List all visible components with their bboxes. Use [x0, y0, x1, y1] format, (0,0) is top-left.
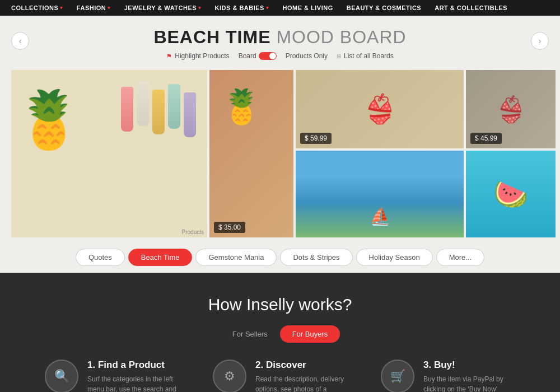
step-discover-content: 2. Discover Read the description, delive…	[255, 360, 347, 392]
flag-icon: ⚑	[166, 53, 172, 60]
nav-art[interactable]: ART & COLLECTIBLES	[435, 4, 507, 11]
products-only-button[interactable]: Products Only	[286, 52, 328, 60]
board-cell-pineapple-bikini[interactable]: $ 35.00	[209, 70, 293, 237]
nav-jewelry-arrow: ▾	[198, 5, 202, 11]
find-icon-circle: 🔍	[45, 360, 78, 392]
tab-beach-time[interactable]: Beach Time	[128, 249, 193, 266]
nail-bottle-3	[152, 90, 165, 134]
nav-jewelry-label: JEWELRY & WATCHES	[124, 4, 197, 11]
board-cell-bikini-floral[interactable]: $ 59.99	[296, 70, 464, 148]
next-board-button[interactable]: ›	[531, 32, 549, 50]
products-label: Products	[182, 229, 204, 235]
highlight-products-button[interactable]: ⚑ Highlight Products	[166, 52, 229, 60]
step-buy: 🛒 3. Buy! Buy the item via PayPal by cli…	[381, 360, 515, 392]
list-all-label: List of all Boards	[344, 52, 394, 60]
board-title: BEACH TIME MOOD BOARD	[0, 27, 560, 48]
price-tag-triangle-bikini: $ 45.99	[470, 133, 502, 144]
tab-for-buyers[interactable]: For Buyers	[280, 325, 340, 343]
tab-dots-stripes[interactable]: Dots & Stripes	[280, 249, 352, 266]
products-only-label: Products Only	[286, 52, 328, 60]
board-cell-pineapple-products[interactable]: 🍍 Products	[11, 70, 207, 237]
board-toggle[interactable]: Board	[239, 52, 277, 60]
highlight-label: Highlight Products	[175, 52, 229, 60]
tab-quotes[interactable]: Quotes	[76, 249, 125, 266]
how-steps: 🔍 1. Find a Product Surf the categories …	[34, 360, 526, 392]
mood-board-grid: 🍍 Products $ 59.99 $ 35.00 $ 45.99	[0, 66, 560, 242]
tab-gemstone[interactable]: Gemstone Mania	[195, 249, 277, 266]
nav-home[interactable]: HOME & LIVING	[282, 4, 333, 11]
step-find-content: 1. Find a Product Surf the categories in…	[87, 360, 179, 392]
nav-collections[interactable]: COLLECTIONS ▾	[11, 4, 63, 11]
step-find-desc: Surf the categories in the left menu bar…	[87, 374, 179, 392]
price-tag-pineapple-bikini: $ 35.00	[214, 222, 245, 233]
board-cell-watermelon-float[interactable]	[466, 151, 556, 237]
nav-kids-label: KIDS & BABIES	[215, 4, 264, 11]
nav-kids-arrow: ▾	[266, 5, 269, 11]
nail-bottle-2	[137, 81, 149, 126]
step-buy-content: 3. Buy! Buy the item via PayPal by click…	[423, 360, 515, 392]
board-title-light: MOOD BOARD	[276, 27, 406, 47]
tab-holiday[interactable]: Holiday Season	[356, 249, 433, 266]
step-discover-title: 2. Discover	[255, 360, 347, 371]
nail-polishes	[121, 81, 196, 137]
cart-icon: 🛒	[390, 369, 405, 384]
board-label: Board	[239, 52, 256, 60]
nav-art-label: ART & COLLECTIBLES	[435, 4, 507, 11]
discover-icon-circle: ⚙	[213, 360, 246, 392]
nav-home-label: HOME & LIVING	[282, 4, 333, 11]
nav-fashion-label: FASHION	[77, 4, 106, 11]
tab-more[interactable]: More...	[436, 249, 484, 266]
list-all-boards-button[interactable]: ⊞ List of all Boards	[337, 52, 394, 60]
step-buy-desc: Buy the item via PayPal by clicking on t…	[423, 374, 515, 392]
step-discover: ⚙ 2. Discover Read the description, deli…	[213, 360, 347, 392]
step-find-title: 1. Find a Product	[87, 360, 179, 371]
board-toolbar: ⚑ Highlight Products Board Products Only…	[0, 52, 560, 60]
grid-icon: ⊞	[337, 53, 341, 59]
nav-beauty[interactable]: BEAUTY & COSMETICS	[347, 4, 421, 11]
nav-kids[interactable]: KIDS & BABIES ▾	[215, 4, 269, 11]
tab-for-sellers[interactable]: For Sellers	[220, 325, 280, 343]
search-icon: 🔍	[54, 369, 69, 384]
price-tag-bikini-floral: $ 59.99	[300, 133, 332, 144]
nail-bottle-4	[168, 84, 180, 129]
nav-jewelry[interactable]: JEWELRY & WATCHES ▾	[124, 4, 202, 11]
pineapple-emoji: 🍍	[14, 87, 84, 153]
prev-board-button[interactable]: ‹	[11, 32, 29, 50]
board-title-bold: BEACH TIME	[153, 27, 270, 47]
header-section: ‹ › BEACH TIME MOOD BOARD ⚑ Highlight Pr…	[0, 16, 560, 66]
how-section: How Inselly works? For Sellers For Buyer…	[0, 273, 560, 392]
nav-collections-arrow: ▾	[60, 5, 63, 11]
board-cell-triangle-bikini[interactable]: $ 45.99	[466, 70, 556, 148]
toggle-switch[interactable]	[259, 52, 277, 60]
discover-icon: ⚙	[224, 369, 235, 384]
nav-collections-label: COLLECTIONS	[11, 4, 58, 11]
how-tabs: For Sellers For Buyers	[34, 325, 526, 343]
board-cell-mountain-boat[interactable]	[296, 151, 464, 237]
buy-icon-circle: 🛒	[381, 360, 414, 392]
nail-bottle-1	[121, 87, 133, 132]
nail-bottle-5	[184, 92, 196, 137]
navbar: COLLECTIONS ▾ FASHION ▾ JEWELRY & WATCHE…	[0, 0, 560, 16]
nav-fashion[interactable]: FASHION ▾	[77, 4, 111, 11]
nav-beauty-label: BEAUTY & COSMETICS	[347, 4, 421, 11]
step-find: 🔍 1. Find a Product Surf the categories …	[45, 360, 179, 392]
board-tabs: Quotes Beach Time Gemstone Mania Dots & …	[0, 242, 560, 273]
how-title: How Inselly works?	[34, 295, 526, 314]
step-discover-desc: Read the description, delivery options, …	[255, 374, 347, 392]
step-buy-title: 3. Buy!	[423, 360, 515, 371]
nav-fashion-arrow: ▾	[108, 5, 111, 11]
